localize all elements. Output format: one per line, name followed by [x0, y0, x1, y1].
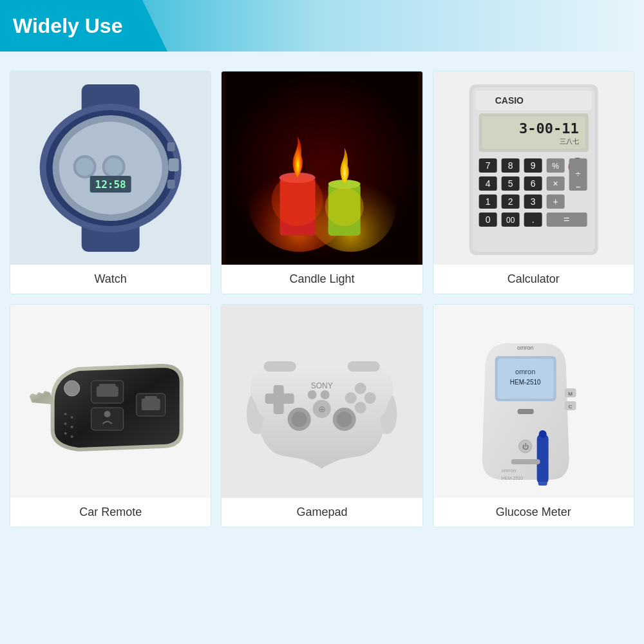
calculator-label: Calculator	[433, 265, 634, 294]
svg-rect-111	[536, 433, 548, 485]
candle-label: Candle Light	[222, 265, 422, 294]
svg-point-9	[105, 158, 123, 176]
svg-text:6: 6	[530, 178, 535, 189]
svg-point-73	[104, 411, 111, 417]
svg-rect-85	[265, 393, 294, 404]
svg-text:4: 4	[485, 178, 490, 189]
svg-point-96	[292, 412, 307, 427]
item-card-car-remote: Car Remote	[10, 304, 211, 527]
svg-rect-110	[517, 409, 533, 414]
svg-point-80	[64, 422, 67, 425]
svg-text:omron: omron	[517, 345, 534, 351]
watch-image: 12:58	[10, 71, 211, 265]
svg-point-77	[64, 381, 80, 396]
svg-text:12:58: 12:58	[95, 178, 126, 191]
svg-rect-112	[538, 430, 546, 438]
svg-point-91	[321, 390, 330, 399]
item-card-gamepad: SONY ⊕ Gamepad	[221, 304, 422, 527]
svg-rect-116	[511, 459, 540, 464]
svg-text:⊕: ⊕	[318, 404, 326, 414]
calculator-svg: CASIO 3-00-11 三八七 AC 7 8 9	[433, 71, 634, 265]
svg-text:×: ×	[553, 178, 558, 189]
svg-rect-99	[264, 361, 296, 372]
car-remote-image	[10, 305, 211, 498]
header-bar: Widely Use	[0, 0, 644, 52]
svg-point-7	[76, 158, 94, 176]
svg-text:3-00-11: 3-00-11	[519, 120, 579, 137]
svg-rect-71	[99, 384, 116, 390]
svg-text:5: 5	[507, 178, 513, 189]
svg-text:+: +	[553, 196, 558, 207]
svg-text:HEM-2510: HEM-2510	[509, 379, 540, 386]
candle-image	[222, 71, 422, 265]
watch-svg: 12:58	[10, 71, 211, 265]
svg-rect-113	[538, 482, 547, 486]
svg-text:M: M	[568, 391, 573, 397]
svg-text:÷: ÷	[575, 169, 580, 179]
svg-rect-100	[348, 361, 380, 372]
svg-rect-12	[169, 158, 179, 171]
svg-point-87	[345, 392, 357, 404]
svg-rect-76	[145, 396, 157, 401]
svg-text:HEM-2510: HEM-2510	[501, 476, 523, 480]
svg-rect-14	[167, 180, 175, 189]
svg-text:.: .	[531, 214, 534, 225]
svg-point-81	[71, 426, 73, 428]
main-content: 12:58 Watch	[0, 52, 644, 540]
svg-text:2: 2	[507, 196, 513, 207]
glucose-svg: omron HEM-2510 omron M C omro	[433, 305, 634, 498]
items-grid: 12:58 Watch	[10, 71, 634, 527]
svg-text:omron: omron	[501, 468, 516, 473]
svg-text:9: 9	[530, 160, 535, 171]
gamepad-image: SONY ⊕	[222, 305, 422, 498]
gamepad-svg: SONY ⊕	[222, 305, 422, 498]
svg-text:00: 00	[506, 216, 515, 225]
candle-svg	[222, 71, 422, 265]
svg-text:1: 1	[485, 196, 490, 207]
svg-point-88	[365, 392, 376, 404]
svg-text:C: C	[568, 404, 572, 410]
svg-text:三八七: 三八七	[559, 138, 578, 145]
svg-point-90	[308, 390, 317, 399]
svg-point-86	[355, 383, 366, 394]
svg-text:3: 3	[530, 196, 535, 207]
svg-text:7: 7	[485, 160, 490, 171]
svg-text:CASIO: CASIO	[495, 95, 523, 106]
svg-text:SONY: SONY	[311, 381, 333, 390]
calculator-image: CASIO 3-00-11 三八七 AC 7 8 9	[433, 71, 634, 265]
item-card-glucose: omron HEM-2510 omron M C omro	[433, 304, 634, 527]
svg-text:⏻: ⏻	[522, 443, 528, 450]
gamepad-label: Gamepad	[222, 498, 422, 527]
glucose-label: Glucose Meter	[433, 498, 634, 527]
item-card-watch: 12:58 Watch	[10, 71, 211, 294]
svg-text:=: =	[564, 214, 569, 225]
svg-text:omron: omron	[515, 368, 535, 375]
svg-text:%: %	[552, 162, 559, 171]
svg-point-23	[325, 187, 364, 226]
car-remote-svg	[10, 305, 211, 498]
header-title: Widely Use	[0, 0, 167, 52]
svg-point-78	[64, 413, 67, 415]
svg-rect-13	[167, 142, 175, 151]
glucose-image: omron HEM-2510 omron M C omro	[433, 305, 634, 498]
svg-text:−: −	[575, 182, 580, 192]
svg-point-98	[337, 412, 352, 427]
svg-point-79	[71, 416, 73, 419]
header-title-text: Widely Use	[13, 14, 122, 38]
car-remote-label: Car Remote	[10, 498, 211, 527]
svg-point-83	[71, 435, 73, 438]
item-card-calculator: CASIO 3-00-11 三八七 AC 7 8 9	[433, 71, 634, 294]
svg-text:8: 8	[507, 160, 513, 171]
svg-point-22	[272, 175, 323, 226]
svg-text:0: 0	[485, 214, 490, 225]
item-card-candle: Candle Light	[221, 71, 422, 294]
svg-rect-26	[475, 91, 591, 110]
watch-label: Watch	[10, 265, 211, 294]
svg-point-82	[64, 432, 67, 435]
svg-point-89	[355, 402, 366, 413]
